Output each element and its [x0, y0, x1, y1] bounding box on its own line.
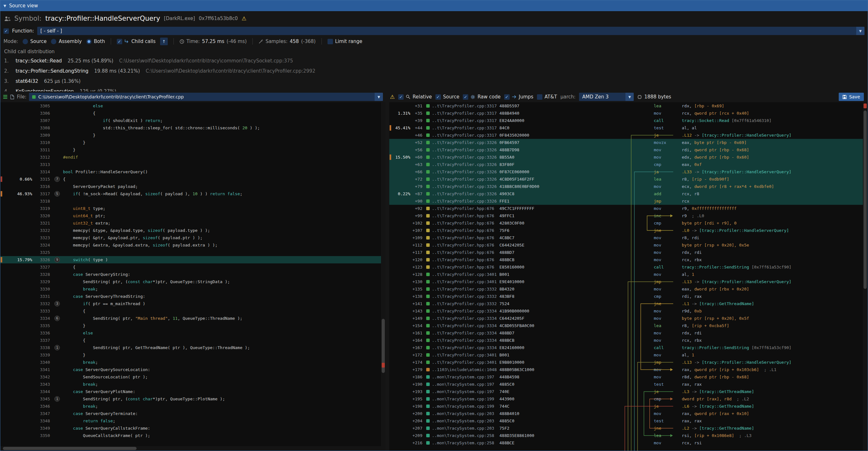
source-line[interactable]: 3333 {: [0, 307, 385, 315]
source-line[interactable]: 3323 memcpy( &ptr, &payload.ptr, sizeof(…: [0, 234, 385, 241]
asm-row[interactable]: +174..t\TracyProfiler.cpp:3401E9B8010000…: [389, 359, 863, 366]
asm-row[interactable]: +164..t\TracyProfiler.cpp:3334488BCBmovr…: [389, 337, 863, 344]
asm-row[interactable]: +99..t\TracyProfiler.hpp:67649FFC1incr9 …: [389, 212, 863, 219]
asm-row[interactable]: +204..mon\TracySystem.cpp:2034885C0testr…: [389, 417, 863, 425]
source-line[interactable]: 3343 break;: [0, 381, 385, 388]
asm-row[interactable]: +120..t\TracyProfiler.hpp:676488BCBmovrc…: [389, 256, 863, 263]
source-line[interactable]: 3325: [0, 249, 385, 256]
save-button[interactable]: Save: [839, 93, 864, 101]
mode-radio-both[interactable]: Both: [86, 38, 105, 44]
relative-checkbox[interactable]: Relative: [398, 94, 432, 100]
file-combo[interactable]: C:\Users\wolf\Desktop\darkrl\contrib\tra…: [29, 93, 383, 101]
asm-row[interactable]: +143..t\TracyProfiler.cpp:333441B90B0000…: [389, 307, 863, 315]
source-line[interactable]: 3339 }: [0, 351, 385, 359]
asm-row[interactable]: +195..mon\TracySystem.cpp:199443900cmpdw…: [389, 395, 863, 402]
child-call-entry[interactable]: 4.KeSynchronizeExecution125 μs (0.27%): [4, 86, 864, 91]
source-line[interactable]: 3324 memcpy( &extra, &payload.extra, siz…: [0, 241, 385, 249]
asm-row[interactable]: +90..t\TracyProfiler.cpp:3326FFE1jmprcx: [389, 198, 863, 205]
asm-row[interactable]: +79..t\TracyProfiler.cpp:3326418B8C80E0B…: [389, 183, 863, 190]
source-line[interactable]: 15.79%33269 switch( type ): [0, 256, 385, 263]
asm-row[interactable]: +216..mon\TracySystem.cpp:258488BCEmovrc…: [389, 439, 863, 447]
asm-row[interactable]: +128..t\TracyProfiler.cpp:3401B001moval,…: [389, 271, 863, 278]
asm-row[interactable]: +92..t\TracyProfiler.hpp:67649C7C1FFFFFF…: [389, 205, 863, 212]
scrollbar-thumb[interactable]: [3, 447, 136, 450]
source-line[interactable]: 3318: [0, 198, 385, 205]
source-line[interactable]: 3347 case ServerQueryTerminate:: [0, 410, 385, 417]
asm-row[interactable]: +138..t\TracyProfiler.cpp:3332483BF8cmpr…: [389, 293, 863, 300]
chevron-down-icon[interactable]: ▼: [625, 93, 634, 101]
source-line[interactable]: 3320 uint64_t ptr;: [0, 212, 385, 219]
child-call-entry[interactable]: 3.stat64i32625 μs (1.36%): [4, 76, 864, 86]
source-line[interactable]: 3337 {: [0, 337, 385, 344]
source-line[interactable]: 3328 case ServerQueryString:: [0, 271, 385, 278]
source-line[interactable]: 3330 break;: [0, 285, 385, 293]
source-line[interactable]: 3319 uint8_t type;: [0, 205, 385, 212]
asm-row[interactable]: +193..mon\TracySystem.cpp:197740Eje.L3 -…: [389, 388, 863, 395]
asm-row[interactable]: +172..t\TracyProfiler.cpp:3401B001moval,…: [389, 351, 863, 359]
asm-row[interactable]: +198..mon\TracySystem.cpp:199744Cje.L6 -…: [389, 402, 863, 410]
asm-row[interactable]: +123..t\TracyProfiler.hpp:676E850160000c…: [389, 263, 863, 271]
asm-row[interactable]: 15.50%+60..t\TracyProfiler.cpp:33268B55A…: [389, 153, 863, 161]
mode-radio-assembly[interactable]: Assembly: [51, 38, 82, 44]
asm-row[interactable]: +200..mon\TracySystem.cpp:203488B4010mov…: [389, 410, 863, 417]
source-line[interactable]: 3321 uint32_t extra;: [0, 219, 385, 227]
source-line[interactable]: 3314bool Profiler::HandleServerQuery(): [0, 168, 385, 176]
child-calls-checkbox[interactable]: Child calls: [117, 38, 156, 44]
source-line[interactable]: 33323 if( ptr == m_mainThread ): [0, 300, 385, 307]
asm-row[interactable]: +107..t\TracyProfiler.hpp:67675F6jne.L0 …: [389, 227, 863, 234]
source-line[interactable]: 3342 SendSourceLocation( ptr );: [0, 373, 385, 381]
source-checkbox[interactable]: Source: [435, 94, 460, 100]
asm-row[interactable]: +130..t\TracyProfiler.cpp:3401E9E4010000…: [389, 278, 863, 285]
propagate-up-button[interactable]: ↑: [160, 38, 168, 45]
mode-radio-source[interactable]: Source: [23, 38, 47, 44]
source-line[interactable]: 3308 std::this_thread::sleep_for( std::c…: [0, 124, 385, 131]
source-line[interactable]: 3335 }: [0, 322, 385, 329]
source-line[interactable]: 33451 SendString( ptr, (const char*)ptr,…: [0, 395, 385, 402]
source-line[interactable]: 3322 memcpy( &type, &payload.type, sizeo…: [0, 227, 385, 234]
child-call-entry[interactable]: 1.tracy::Socket::Read25.25 ms (54.89%)C:…: [4, 56, 864, 66]
source-line[interactable]: 33346 SendString( ptr, "Main thread", 11…: [0, 315, 385, 322]
uarch-combo[interactable]: AMD Zen 3 ▼: [579, 93, 634, 101]
asm-row[interactable]: +179..1103\include\atomic:1048488B05B63C…: [389, 366, 863, 373]
source-horizontal-scrollbar[interactable]: [0, 446, 381, 451]
source-line[interactable]: 3350 QueueCallstackFrame( ptr );: [0, 432, 385, 439]
source-line[interactable]: 3312#endif: [0, 153, 385, 161]
source-line[interactable]: 3344 case ServerQueryPlotName:: [0, 388, 385, 395]
function-combo[interactable]: [ - self - ] ▼: [37, 27, 865, 35]
asm-row[interactable]: +39..t\TracyProfiler.cpp:3317E824AA0000c…: [389, 117, 863, 124]
asm-row[interactable]: +112..t\TracyProfiler.hpp:676C64424205Em…: [389, 241, 863, 249]
asm-row[interactable]: +117..t\TracyProfiler.hpp:676488BD7movrd…: [389, 249, 863, 256]
asm-row[interactable]: +56..t\TracyProfiler.cpp:3326488B7D98mov…: [389, 146, 863, 153]
asm-row[interactable]: +31..t\TracyProfiler.cpp:3317488D5597lea…: [389, 102, 863, 110]
asm-row[interactable]: +46..t\TracyProfiler.cpp:33170F843502000…: [389, 131, 863, 139]
raw-code-checkbox[interactable]: Raw code: [463, 94, 501, 100]
source-line[interactable]: 3327 {: [0, 263, 385, 271]
source-line[interactable]: 3349 case ServerQueryCallstackFrame:: [0, 425, 385, 432]
source-line[interactable]: 3306 {: [0, 110, 385, 117]
assembly-vertical-scrollbar[interactable]: [863, 102, 868, 451]
function-checkbox[interactable]: [3, 28, 9, 34]
chevron-down-icon[interactable]: ▼: [375, 93, 383, 101]
asm-row[interactable]: +109..t\TracyProfiler.hpp:6764C8BC7movr8…: [389, 234, 863, 241]
asm-row[interactable]: +154..t\TracyProfiler.cpp:33344C8D055FBA…: [389, 322, 863, 329]
scrollbar-thumb[interactable]: [864, 111, 867, 289]
asm-row[interactable]: +66..t\TracyProfiler.cpp:33260F87CE06000…: [389, 168, 863, 176]
chevron-down-icon[interactable]: ▼: [856, 27, 865, 35]
source-line[interactable]: 3313: [0, 161, 385, 168]
asm-row[interactable]: +161..t\TracyProfiler.cpp:3334488BD7movr…: [389, 329, 863, 337]
asm-row[interactable]: +190..mon\TracySystem.cpp:1974885C0testr…: [389, 381, 863, 388]
asm-row[interactable]: +102..t\TracyProfiler.hpp:67642803C0F00c…: [389, 219, 863, 227]
asm-row[interactable]: +135..t\TracyProfiler.cpp:33328B4320move…: [389, 285, 863, 293]
source-line[interactable]: 3307 if( shouldExit ) return;: [0, 117, 385, 124]
source-line[interactable]: 3329 SendString( ptr, (const char*)ptr, …: [0, 278, 385, 285]
source-line[interactable]: 3310 }: [0, 139, 385, 146]
source-line[interactable]: 33381 SendString( ptr, GetThreadName( pt…: [0, 344, 385, 351]
asm-row[interactable]: +167..t\TracyProfiler.cpp:3334E824160000…: [389, 344, 863, 351]
source-line[interactable]: 3311 }: [0, 146, 385, 153]
asm-row[interactable]: +52..t\TracyProfiler.cpp:33260FB64597mov…: [389, 139, 863, 146]
asm-row[interactable]: +186..mon\TracySystem.cpp:197448B4598mov…: [389, 373, 863, 381]
source-line[interactable]: 3309 }: [0, 131, 385, 139]
source-line[interactable]: 3340 break;: [0, 359, 385, 366]
asm-row[interactable]: +207..mon\TracySystem.cpp:20375F2jne.L2 …: [389, 425, 863, 432]
source-line[interactable]: 3348 return false;: [0, 417, 385, 425]
